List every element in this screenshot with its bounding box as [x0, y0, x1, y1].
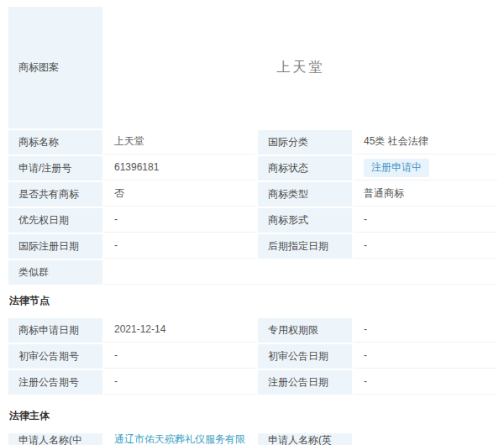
intl-class-value: 45类 社会法律 — [354, 130, 497, 154]
table-row: 国际注册日期 - 后期指定日期 - — [8, 234, 497, 259]
field-label: 国际分类 — [258, 130, 352, 154]
trademark-image: 上天堂 — [104, 7, 497, 128]
section-title-legal-entity: 法律主体 — [9, 409, 497, 423]
table-row: 注册公告期号 - 注册公告日期 - — [8, 370, 497, 395]
registration-issue-number-value: - — [104, 370, 255, 395]
preliminary-issue-number-value: - — [104, 344, 255, 369]
field-label: 初审公告期号 — [8, 344, 102, 369]
shared-trademark-value: 否 — [104, 182, 255, 207]
trademark-form-value: - — [354, 208, 497, 233]
status-badge: 注册申请中 — [364, 159, 429, 177]
field-label: 商标类型 — [258, 182, 352, 207]
table-row: 是否共有商标 否 商标类型 普通商标 — [8, 182, 497, 207]
field-label: 初审公告日期 — [258, 344, 352, 369]
field-label: 商标名称 — [8, 130, 102, 154]
section-title-legal-nodes: 法律节点 — [9, 294, 497, 308]
table-row: 类似群 — [8, 260, 497, 285]
exclusive-right-period-value: - — [354, 318, 497, 343]
field-label: 优先权日期 — [8, 208, 102, 233]
registration-announcement-date-value: - — [354, 370, 497, 395]
intl-reg-date-value: - — [104, 234, 255, 259]
application-number-value: 61396181 — [104, 156, 255, 181]
table-row: 商标名称 上天堂 国际分类 45类 社会法律 — [8, 130, 497, 154]
field-label: 商标申请日期 — [8, 318, 102, 343]
field-label: 申请人名称(英文) — [258, 433, 352, 445]
field-label: 申请/注册号 — [8, 156, 102, 181]
field-label: 后期指定日期 — [258, 234, 352, 259]
field-label: 商标状态 — [258, 156, 352, 181]
table-row: 申请人名称(中文) 通辽市佑天殡葬礼仪服务有限公司 申请人名称(英文) - — [8, 433, 497, 445]
trademark-image-row: 商标图案 上天堂 — [8, 7, 497, 128]
status-cell: 注册申请中 — [354, 156, 497, 181]
table-row: 商标申请日期 2021-12-14 专用权期限 - — [8, 318, 497, 343]
field-label: 注册公告日期 — [258, 370, 352, 395]
field-label: 国际注册日期 — [8, 234, 102, 259]
priority-date-value: - — [104, 208, 255, 233]
field-label: 商标形式 — [258, 208, 352, 233]
applicant-name-link[interactable]: 通辽市佑天殡葬礼仪服务有限公司 — [114, 433, 245, 445]
legal-nodes-table: 商标申请日期 2021-12-14 专用权期限 - 初审公告期号 - 初审公告日… — [8, 318, 497, 395]
preliminary-announcement-date-value: - — [354, 344, 497, 369]
trademark-type-value: 普通商标 — [354, 182, 497, 207]
field-label: 类似群 — [8, 260, 102, 285]
table-row: 优先权日期 - 商标形式 - — [8, 208, 497, 233]
trademark-detail-page: 商标图案 上天堂 商标名称 上天堂 国际分类 45类 社会法律 申请/注册号 6… — [0, 0, 504, 445]
trademark-image-label: 商标图案 — [8, 7, 102, 128]
field-label: 专用权期限 — [258, 318, 352, 343]
trademark-info-table: 商标图案 上天堂 商标名称 上天堂 国际分类 45类 社会法律 申请/注册号 6… — [8, 7, 497, 285]
later-designation-date-value: - — [354, 234, 497, 259]
field-label: 是否共有商标 — [8, 182, 102, 207]
table-row: 申请/注册号 61396181 商标状态 注册申请中 — [8, 156, 497, 181]
similar-group-value — [104, 260, 497, 285]
table-row: 初审公告期号 - 初审公告日期 - — [8, 344, 497, 369]
applicant-name-cell: 通辽市佑天殡葬礼仪服务有限公司 — [104, 433, 255, 445]
trademark-name-value: 上天堂 — [104, 130, 255, 154]
legal-entity-table: 申请人名称(中文) 通辽市佑天殡葬礼仪服务有限公司 申请人名称(英文) - — [8, 433, 497, 445]
field-label: 注册公告期号 — [8, 370, 102, 395]
application-date-value: 2021-12-14 — [104, 318, 255, 343]
field-label: 申请人名称(中文) — [8, 433, 102, 445]
applicant-name-en-value: - — [354, 433, 497, 445]
